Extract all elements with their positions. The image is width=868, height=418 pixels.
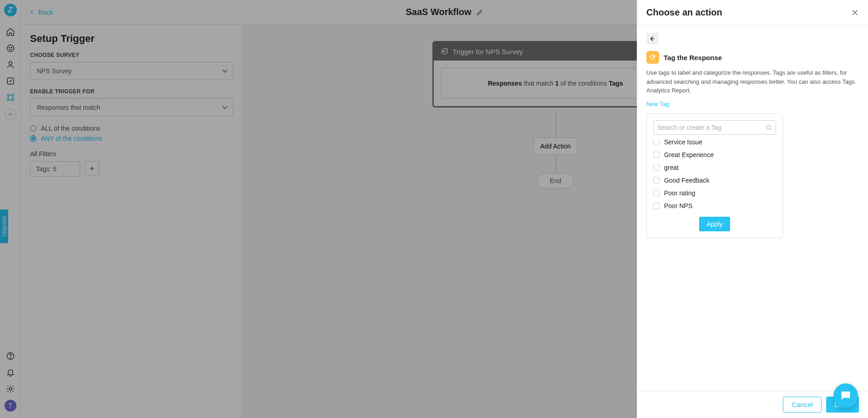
svg-point-12 bbox=[443, 51, 444, 52]
upgrade-tab[interactable]: Upgrade bbox=[0, 209, 8, 243]
back-button[interactable]: Back bbox=[28, 8, 53, 16]
contacts-icon[interactable] bbox=[5, 59, 16, 70]
tag-label: great bbox=[664, 164, 679, 171]
tag-option[interactable]: Poor rating bbox=[653, 187, 776, 199]
panel-title: Choose an action bbox=[646, 7, 722, 18]
action-description: Use tags to label and categorize the res… bbox=[646, 68, 859, 95]
checkbox-icon bbox=[653, 139, 660, 145]
tag-action-icon bbox=[646, 51, 659, 64]
svg-point-3 bbox=[9, 61, 12, 65]
connector-line bbox=[556, 112, 556, 138]
connector-line bbox=[556, 155, 556, 173]
close-icon[interactable]: ✕ bbox=[851, 7, 859, 18]
edit-icon[interactable] bbox=[476, 9, 483, 16]
new-tag-link[interactable]: New Tag bbox=[646, 101, 669, 107]
checkbox-icon bbox=[653, 164, 660, 171]
tag-option[interactable]: Good Rating bbox=[653, 212, 776, 214]
svg-point-15 bbox=[766, 125, 770, 129]
radio-any-label: ANY of the conditions bbox=[41, 135, 102, 142]
search-icon bbox=[766, 124, 772, 131]
cancel-button[interactable]: Cancel bbox=[783, 397, 822, 413]
choose-survey-label: CHOOSE SURVEY bbox=[30, 52, 233, 58]
radio-all-label: ALL of the conditions bbox=[41, 125, 100, 132]
svg-point-13 bbox=[444, 51, 445, 52]
tag-picker: Search or create a Tag Service IssueGrea… bbox=[646, 113, 783, 238]
checkbox-icon bbox=[653, 203, 660, 209]
plus-icon bbox=[89, 165, 95, 172]
all-filters-label: All Filters bbox=[30, 150, 233, 158]
tag-option[interactable]: Poor NPS bbox=[653, 199, 776, 212]
panel-back-button[interactable] bbox=[646, 33, 658, 45]
tag-label: Poor NPS bbox=[664, 202, 692, 209]
page-title: SaaS Workflow bbox=[406, 7, 471, 17]
arrow-left-icon bbox=[649, 35, 656, 42]
svg-point-5 bbox=[7, 94, 9, 96]
add-filter-button[interactable] bbox=[85, 161, 99, 176]
enable-trigger-label: ENABLE TRIGGER FOR bbox=[30, 88, 233, 95]
setup-heading: Setup Trigger bbox=[30, 33, 233, 45]
trigger-value: Responses that match bbox=[37, 104, 100, 111]
app-logo[interactable]: Z bbox=[4, 4, 17, 16]
radio-all-conditions[interactable]: ALL of the conditions bbox=[30, 125, 233, 132]
svg-point-2 bbox=[11, 47, 12, 48]
svg-point-6 bbox=[11, 94, 13, 96]
chevron-down-icon bbox=[222, 67, 227, 72]
survey-icon[interactable] bbox=[5, 43, 16, 54]
tasks-icon[interactable] bbox=[5, 76, 16, 87]
tag-option[interactable]: great bbox=[653, 161, 776, 174]
chevron-down-icon bbox=[222, 104, 227, 109]
svg-point-7 bbox=[7, 99, 9, 101]
tag-label: Good Feedback bbox=[664, 177, 710, 184]
svg-point-0 bbox=[7, 45, 14, 52]
back-label: Back bbox=[38, 8, 53, 16]
tag-option[interactable]: Good Feedback bbox=[653, 174, 776, 187]
filter-chip-tags[interactable]: Tags: 5 bbox=[30, 161, 80, 177]
chat-bubble-icon bbox=[839, 389, 852, 402]
svg-point-8 bbox=[11, 99, 13, 101]
checkbox-icon bbox=[653, 152, 660, 158]
apply-button[interactable]: Apply bbox=[699, 217, 730, 231]
svg-point-11 bbox=[9, 387, 12, 390]
radio-any-conditions[interactable]: ANY of the conditions bbox=[30, 135, 233, 142]
arrow-left-icon bbox=[28, 9, 36, 16]
tag-option[interactable]: Service Issue bbox=[653, 139, 776, 148]
action-title: Tag the Response bbox=[664, 54, 722, 61]
help-icon[interactable] bbox=[5, 351, 16, 362]
tag-option[interactable]: Great Experience bbox=[653, 148, 776, 161]
intercom-launcher[interactable] bbox=[833, 383, 858, 408]
notifications-icon[interactable] bbox=[5, 367, 16, 378]
setup-trigger-panel: Setup Trigger CHOOSE SURVEY NPS Survey E… bbox=[21, 25, 243, 418]
tag-list[interactable]: Service IssueGreat ExperiencegreatGood F… bbox=[653, 139, 776, 214]
workflow-icon[interactable] bbox=[5, 92, 16, 103]
trigger-select[interactable]: Responses that match bbox=[30, 98, 233, 117]
user-avatar[interactable]: T bbox=[5, 400, 16, 412]
tag-search-input[interactable]: Search or create a Tag bbox=[653, 120, 776, 135]
add-action-button[interactable]: Add Action bbox=[533, 138, 578, 155]
svg-point-1 bbox=[9, 47, 10, 48]
radio-dot-icon bbox=[30, 135, 36, 142]
checkbox-icon bbox=[653, 190, 660, 196]
trigger-card-condition: Responses that match 1 of the conditions… bbox=[441, 68, 670, 99]
tag-label: Service Issue bbox=[664, 139, 702, 146]
end-node: End bbox=[537, 173, 574, 189]
tag-search-placeholder: Search or create a Tag bbox=[657, 124, 721, 131]
chat-icon bbox=[440, 47, 448, 56]
trigger-card-title: Trigger for NPS Survey bbox=[453, 48, 523, 56]
svg-point-14 bbox=[653, 56, 654, 57]
home-icon[interactable] bbox=[5, 26, 16, 37]
survey-value: NPS Survey bbox=[37, 67, 71, 75]
tag-label: Poor rating bbox=[664, 189, 695, 197]
tag-label: Great Experience bbox=[664, 151, 714, 158]
add-icon[interactable]: + bbox=[5, 108, 16, 120]
checkbox-icon bbox=[653, 177, 660, 184]
choose-action-panel: Choose an action ✕ Tag the Response Use … bbox=[637, 0, 868, 418]
svg-point-10 bbox=[10, 358, 10, 358]
radio-dot-icon bbox=[30, 125, 36, 132]
settings-icon[interactable] bbox=[5, 383, 16, 394]
survey-select[interactable]: NPS Survey bbox=[30, 62, 233, 80]
